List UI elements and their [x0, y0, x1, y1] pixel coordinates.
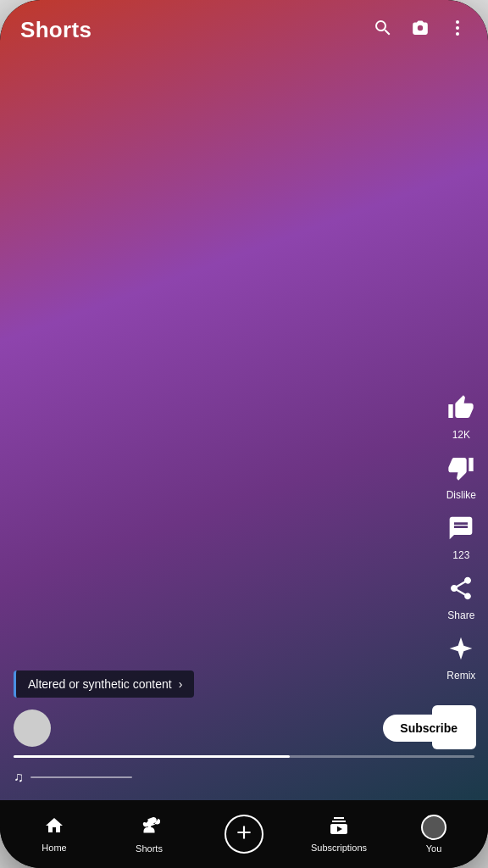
nav-subscriptions[interactable]: Subscriptions [291, 815, 386, 853]
page-title: Shorts [20, 17, 92, 43]
nav-home[interactable]: Home [7, 815, 102, 853]
remix-icon [447, 635, 474, 666]
search-icon[interactable] [373, 18, 393, 43]
camera-icon[interactable] [410, 18, 430, 43]
svg-point-1 [456, 26, 459, 30]
share-icon [447, 575, 474, 606]
shorts-label: Shorts [136, 843, 163, 854]
like-icon [447, 394, 474, 426]
svg-point-2 [456, 32, 459, 36]
header: Shorts [0, 0, 488, 57]
channel-avatar[interactable] [14, 709, 51, 747]
channel-row: Subscribe [14, 709, 474, 747]
nav-you[interactable]: You [386, 815, 481, 854]
share-button[interactable]: Share [447, 575, 474, 621]
comments-count: 123 [452, 549, 469, 561]
music-bar [30, 776, 132, 778]
dislike-button[interactable]: Dislike [446, 454, 476, 501]
you-label: You [426, 843, 442, 854]
dislike-label: Dislike [446, 489, 476, 501]
phone-frame: Shorts [0, 0, 488, 868]
dislike-icon [447, 454, 474, 486]
progress-bar-row [14, 755, 474, 758]
header-icons [373, 18, 468, 43]
like-count: 12K [452, 429, 470, 441]
progress-fill [14, 755, 290, 758]
bottom-overlay: Altered or synthetic content › Subscribe [0, 670, 488, 800]
shorts-icon [138, 815, 160, 840]
progress-track[interactable] [14, 755, 474, 758]
synthetic-text: Altered or synthetic content [28, 677, 172, 691]
share-label: Share [447, 609, 474, 621]
more-options-icon[interactable] [447, 18, 468, 43]
subscriptions-icon [329, 815, 349, 839]
create-button[interactable] [225, 815, 263, 854]
home-label: Home [42, 843, 66, 853]
create-icon [233, 821, 255, 847]
comments-icon [447, 515, 474, 546]
right-actions: 12K Dislike 123 [446, 394, 476, 690]
music-row: ♫ [14, 770, 474, 785]
like-button[interactable]: 12K [447, 394, 474, 441]
phone-inner: Shorts [0, 0, 488, 868]
subscribe-button[interactable]: Subscribe [383, 715, 474, 742]
video-area: Shorts [0, 0, 488, 800]
you-avatar [421, 815, 446, 840]
music-icon: ♫ [14, 770, 24, 785]
chevron-right-icon: › [179, 677, 183, 691]
subscriptions-label: Subscriptions [311, 843, 367, 853]
home-icon [44, 815, 64, 839]
synthetic-banner[interactable]: Altered or synthetic content › [14, 670, 194, 698]
comments-button[interactable]: 123 [447, 515, 474, 561]
nav-create[interactable] [197, 815, 291, 854]
svg-point-0 [456, 20, 459, 24]
bottom-nav: Home Shorts [0, 800, 488, 868]
nav-shorts[interactable]: Shorts [102, 815, 197, 854]
